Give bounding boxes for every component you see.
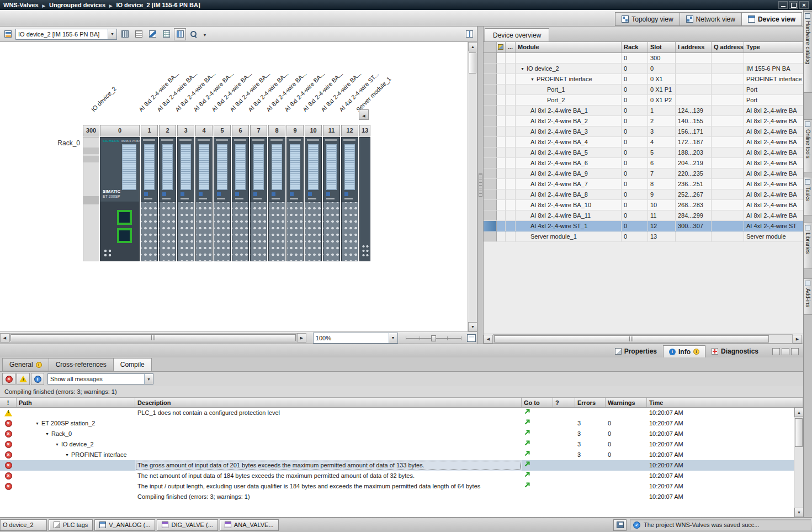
scroll-up-button[interactable] [468, 42, 477, 51]
io-module[interactable] [250, 137, 267, 202]
topology-view-button[interactable]: Topology view [615, 12, 680, 26]
header-i-address[interactable]: I address [676, 42, 712, 52]
goto-arrow-icon[interactable] [524, 460, 551, 467]
zoom-button[interactable] [188, 28, 200, 40]
expand-arrow-icon[interactable] [530, 74, 534, 84]
network-view-button[interactable]: Network view [680, 12, 742, 26]
message-row[interactable]: ET 200SP station_23010:20:07 AM [0, 418, 794, 429]
profinet-port-1-icon[interactable] [117, 210, 132, 225]
message-row[interactable]: PLC_1 does not contain a configured prot… [0, 408, 794, 418]
side-tab-online-tools[interactable]: Online tools [804, 119, 812, 172]
side-tab-tasks[interactable]: Tasks [804, 177, 812, 215]
filter-warnings-button[interactable] [17, 373, 30, 385]
io-module[interactable] [268, 137, 285, 202]
overview-horizontal-scrollbar[interactable] [493, 334, 793, 344]
maximize-button[interactable] [789, 1, 798, 9]
device-overview-row[interactable]: Server module_1013Server module [484, 231, 803, 242]
io-module-terminal-block[interactable] [250, 202, 267, 261]
io-module[interactable] [214, 137, 231, 202]
filter-errors-button[interactable] [2, 373, 15, 385]
header-severity[interactable]: ! [0, 398, 17, 407]
device-overview-row[interactable]: Port_200 X1 P2Port [484, 95, 803, 106]
device-overview-row[interactable]: AI 8xI 2-,4-wire BA_10010268...283AI 8xI… [484, 200, 803, 210]
zoom-menu-button[interactable] [201, 28, 208, 40]
io-module-terminal-block[interactable] [195, 202, 213, 261]
expand-panel-icon[interactable] [772, 348, 780, 355]
io-module-terminal-block[interactable] [214, 202, 231, 261]
io-module-terminal-block[interactable] [159, 202, 176, 261]
device-overview-row[interactable]: AI 8xI 2-,4-wire BA_907220...235AI 8xI 2… [484, 168, 803, 179]
header-goto[interactable]: Go to [522, 398, 553, 407]
taskbar-button-v-analog[interactable]: V_ANALOG (... [94, 519, 155, 531]
message-filter-select[interactable]: Show all messages [47, 373, 153, 384]
taskbar-button-ana-valve[interactable]: ANA_VALVE... [220, 519, 279, 531]
device-selector[interactable]: IO device_2 [IM 155-6 PN BA] [15, 29, 117, 40]
side-tab-hardware-catalog[interactable]: Hardware catalog [804, 11, 812, 93]
goto-arrow-icon[interactable] [524, 408, 551, 415]
zoom-slider-thumb[interactable] [431, 335, 436, 341]
message-row[interactable]: The gross amount of input data of 201 by… [0, 460, 794, 471]
expand-arrow-icon[interactable] [35, 418, 39, 429]
float-panel-icon[interactable] [782, 348, 789, 355]
tab-diagnostics[interactable]: Diagnostics [705, 345, 765, 357]
scrollbar-thumb[interactable] [795, 418, 803, 447]
expand-arrow-icon[interactable] [55, 439, 59, 450]
device-overview-row[interactable]: AI 8xI 2-,4-wire BA_101124...139AI 8xI 2… [484, 106, 803, 116]
device-overview-row[interactable]: AI 8xI 2-,4-wire BA_708236...251AI 8xI 2… [484, 179, 803, 189]
io-module[interactable] [195, 137, 213, 202]
rack-front-view-button[interactable] [119, 28, 131, 40]
interface-module[interactable]: SIEMENS IM155-6 PN BA SIMATIC ET 200SP [100, 137, 140, 202]
io-module[interactable] [341, 137, 358, 202]
collapse-panel-icon[interactable] [791, 348, 799, 355]
goto-arrow-icon[interactable] [524, 429, 551, 436]
io-module-terminal-block[interactable] [323, 202, 340, 261]
goto-arrow-icon[interactable] [524, 439, 551, 446]
side-tab-libraries[interactable]: Libraries [804, 223, 812, 269]
device-overview-row[interactable]: AI 8xI 2-,4-wire BA_606204...219AI 8xI 2… [484, 158, 803, 168]
subtab-cross-references[interactable]: Cross-references [49, 358, 114, 371]
scrollbar-thumb[interactable] [494, 335, 769, 343]
split-editor-button[interactable] [463, 28, 475, 40]
device-overview-row[interactable]: IO device_200IM 155-6 PN BA [484, 64, 803, 74]
header-question[interactable]: ? [553, 398, 575, 407]
canvas-horizontal-scrollbar[interactable] [9, 333, 297, 343]
device-overview-tab[interactable]: Device overview [485, 28, 549, 41]
io-module[interactable] [141, 137, 158, 202]
device-overview-row[interactable]: AI 8xI 2-,4-wire BA_505188...203AI 8xI 2… [484, 148, 803, 158]
scrollbar-track[interactable] [468, 51, 477, 322]
header-slot[interactable]: Slot [648, 42, 676, 52]
scrollbar-thumb[interactable] [10, 334, 296, 341]
message-row[interactable]: IO device_23010:20:07 AM [0, 439, 794, 450]
device-overview-row[interactable]: AI 8xI 2-,4-wire BA_303156...171AI 8xI 2… [484, 127, 803, 137]
device-overview-row[interactable]: AI 8xI 2-,4-wire BA_202140...155AI 8xI 2… [484, 116, 803, 127]
scroll-down-button[interactable] [794, 508, 803, 517]
zoom-select-arrow-icon[interactable] [389, 333, 397, 343]
device-selector-arrow-icon[interactable] [108, 29, 116, 39]
scroll-right-button[interactable] [297, 333, 306, 343]
message-row[interactable]: Rack_03010:20:07 AM [0, 429, 794, 439]
taskbar-button-dig-valve[interactable]: DIG_VALVE (... [157, 519, 217, 531]
side-tab-add-ins[interactable]: Add-ins [804, 278, 812, 315]
device-canvas[interactable]: IO device_2AI 8xI 2-4-wire BA...AI 8xI 2… [0, 42, 477, 331]
message-row[interactable]: The input / output length, excluding use… [0, 481, 794, 492]
message-vertical-scrollbar[interactable] [794, 408, 803, 517]
header-module[interactable]: Module [516, 42, 622, 52]
scroll-up-button[interactable] [794, 408, 803, 417]
device-overview-row[interactable]: 0300 [484, 53, 803, 64]
io-module-terminal-block[interactable] [341, 202, 358, 261]
interface-module-port-block[interactable] [100, 202, 140, 261]
expand-arrow-icon[interactable] [521, 64, 524, 73]
edit-mode-button[interactable] [146, 28, 158, 40]
io-module-terminal-block[interactable] [286, 202, 304, 261]
tab-properties[interactable]: Properties [609, 345, 663, 357]
goto-arrow-icon[interactable] [524, 450, 551, 457]
scroll-right-button[interactable] [793, 335, 802, 344]
collapse-overview-button[interactable] [359, 109, 369, 120]
header-errors[interactable]: Errors [575, 398, 606, 407]
splitter-grip[interactable] [479, 173, 482, 197]
scroll-left-button[interactable] [484, 335, 493, 344]
tab-info[interactable]: Info [663, 345, 705, 357]
breadcrumb-device[interactable]: IO device_2 [IM 155-6 PN BA] [116, 2, 200, 8]
device-overview-row[interactable]: AI 8xI 2-,4-wire BA_11011284...299AI 8xI… [484, 210, 803, 221]
subtab-compile[interactable]: Compile [113, 358, 152, 371]
